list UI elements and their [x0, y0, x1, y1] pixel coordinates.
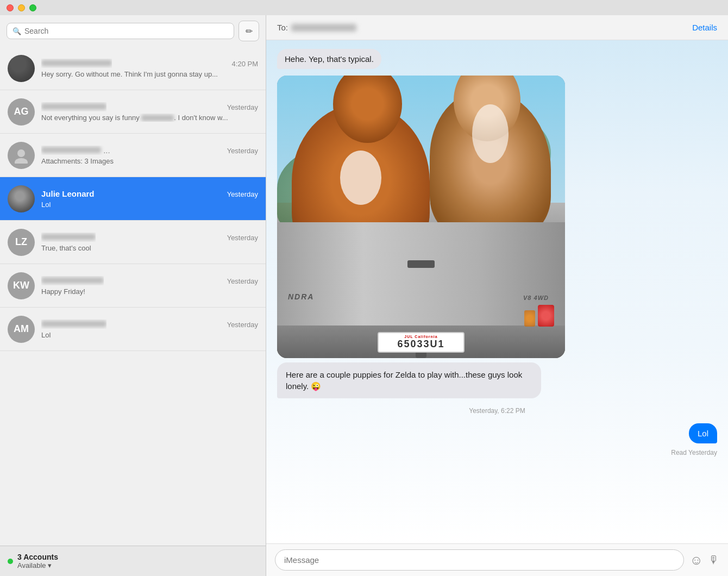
chat-messages: Hehe. Yep, that's typical.: [266, 40, 728, 543]
ndra-text: NDRA: [288, 292, 314, 301]
search-input[interactable]: [24, 27, 228, 35]
conv-name-julie: Julie Leonard: [41, 189, 95, 198]
conv-preview: Hey sorry. Go without me. Think I'm just…: [41, 70, 258, 78]
conv-name: [41, 320, 106, 329]
message-input[interactable]: [275, 549, 684, 571]
conv-name: [41, 276, 104, 285]
chat-header: To: Details: [266, 15, 728, 40]
conversation-item-julie-leonard[interactable]: Julie Leonard Yesterday Lol: [0, 177, 266, 221]
conv-content: Yesterday Lol: [41, 320, 258, 339]
search-icon: 🔍: [12, 27, 21, 35]
avatar: LZ: [8, 229, 35, 256]
conv-time: Yesterday: [227, 277, 258, 285]
dog-head-left: [333, 76, 402, 143]
conversation-item[interactable]: AM Yesterday Lol: [0, 308, 266, 351]
message-bubble-outgoing: Lol: [689, 423, 717, 443]
blurred-name: [41, 60, 112, 66]
svg-point-0: [17, 149, 25, 157]
conv-header: Yesterday: [41, 102, 258, 111]
conv-header: ... Yesterday: [41, 146, 258, 155]
details-button[interactable]: Details: [692, 23, 717, 32]
message-bubble-puppies: Here are a couple puppies for Zelda to p…: [277, 362, 541, 398]
photo-container: V8 4WD NDRA JUL California 65033U1: [277, 76, 565, 358]
turn-signal-right: [524, 310, 535, 327]
truck-tailgate: V8 4WD NDRA: [277, 222, 565, 331]
conv-time: Yesterday: [227, 234, 258, 242]
conv-time: 4:20 PM: [232, 60, 258, 68]
conversation-item[interactable]: LZ Yesterday True, that's cool: [0, 221, 266, 264]
blurred-name: [41, 321, 106, 327]
sidebar-header: 🔍 ✏: [0, 15, 266, 47]
to-label: To:: [277, 23, 288, 32]
blurred-preview: [141, 115, 174, 121]
sidebar-footer: 3 Accounts Available ▾: [0, 546, 266, 576]
accounts-label: 3 Accounts: [17, 553, 58, 561]
search-bar[interactable]: 🔍: [7, 23, 234, 39]
read-receipt: Read Yesterday: [277, 449, 717, 456]
chat-to: To:: [277, 23, 356, 32]
conv-name: [41, 102, 106, 111]
blurred-name: [41, 277, 104, 284]
conversation-item[interactable]: AG Yesterday Not everything you say is f…: [0, 90, 266, 134]
conv-header: 4:20 PM: [41, 59, 258, 68]
conv-preview: True, that's cool: [41, 244, 258, 252]
chat-input-area: ☺ 🎙: [266, 543, 728, 576]
avatar: AM: [8, 316, 35, 343]
avatar: KW: [8, 272, 35, 299]
maximize-button[interactable]: [29, 4, 36, 11]
sidebar: 🔍 ✏ 4:20 PM: [0, 15, 266, 576]
conv-content: Yesterday True, that's cool: [41, 233, 258, 252]
conv-name: [41, 233, 96, 242]
conv-preview: Happy Friday!: [41, 287, 258, 296]
conv-content: Julie Leonard Yesterday Lol: [41, 189, 258, 209]
conversation-item[interactable]: 4:20 PM Hey sorry. Go without me. Think …: [0, 47, 266, 90]
conv-content: Yesterday Not everything you say is funn…: [41, 102, 258, 122]
compose-button[interactable]: ✏: [239, 21, 259, 41]
minimize-button[interactable]: [18, 4, 25, 11]
avatar: [8, 142, 35, 169]
dog-white-patch: [340, 151, 381, 205]
microphone-button[interactable]: 🎙: [708, 554, 719, 566]
conv-content: 4:20 PM Hey sorry. Go without me. Think …: [41, 59, 258, 78]
title-bar: [0, 0, 728, 15]
svg-point-1: [15, 158, 28, 164]
main-layout: 🔍 ✏ 4:20 PM: [0, 15, 728, 576]
avatar: [8, 55, 35, 82]
plate-state: JUL California: [404, 335, 437, 339]
recipient-name: [291, 24, 356, 32]
conv-content: Yesterday Happy Friday!: [41, 276, 258, 296]
door-handle: [407, 260, 435, 268]
message-bubble-incoming: Hehe. Yep, that's typical.: [277, 49, 381, 69]
truck-image: V8 4WD NDRA JUL California 65033U1: [277, 76, 565, 358]
close-button[interactable]: [7, 4, 14, 11]
conv-preview: Not everything you say is funny . I don'…: [41, 114, 258, 122]
conv-header: Yesterday: [41, 320, 258, 329]
conv-preview: Attachments: 3 Images: [41, 157, 258, 165]
conv-header: Yesterday: [41, 276, 258, 285]
dog-white-right: [472, 104, 509, 163]
tail-light-right: [538, 305, 554, 327]
photo-message: V8 4WD NDRA JUL California 65033U1: [277, 76, 565, 358]
chevron-icon[interactable]: ▾: [48, 561, 52, 569]
conv-preview: Lol: [41, 201, 258, 209]
chat-area: To: Details Hehe. Yep, that's typical.: [266, 15, 728, 576]
plate-number: 65033U1: [397, 339, 444, 350]
conversation-item[interactable]: KW Yesterday Happy Friday!: [0, 264, 266, 308]
conversation-list: 4:20 PM Hey sorry. Go without me. Think …: [0, 47, 266, 546]
license-plate: JUL California 65033U1: [378, 332, 465, 353]
emoji-button[interactable]: ☺: [689, 553, 703, 568]
blurred-name: [41, 234, 96, 240]
conversation-item[interactable]: ... Yesterday Attachments: 3 Images: [0, 134, 266, 177]
avatar: [8, 185, 35, 212]
conv-time: Yesterday: [227, 103, 258, 111]
conv-content: ... Yesterday Attachments: 3 Images: [41, 146, 258, 165]
conv-time: Yesterday: [227, 321, 258, 329]
conv-name: [41, 59, 112, 68]
status-indicator: [8, 559, 13, 564]
v8-badge: V8 4WD: [523, 295, 549, 301]
conv-header: Yesterday: [41, 233, 258, 242]
conv-preview: Lol: [41, 331, 258, 339]
conv-time: Yesterday: [227, 190, 258, 198]
compose-icon: ✏: [246, 26, 253, 36]
conv-header: Julie Leonard Yesterday: [41, 189, 258, 198]
